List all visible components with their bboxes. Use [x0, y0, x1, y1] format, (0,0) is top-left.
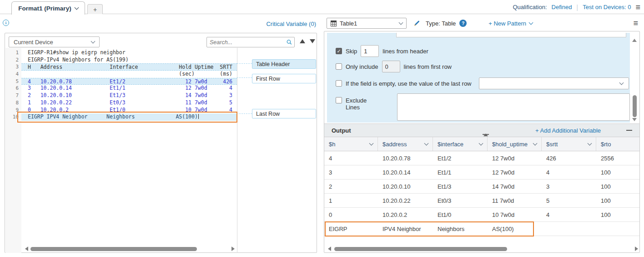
column-label: $rto: [601, 141, 611, 148]
code-text: H Address Interface Hold Uptime SRTT: [28, 64, 232, 70]
new-pattern-button[interactable]: + New Pattern: [488, 20, 533, 27]
output-cell: 100: [596, 165, 639, 179]
skip-checkbox[interactable]: ✓: [336, 48, 342, 54]
hscroll-thumb[interactable]: [30, 247, 197, 251]
pattern-select-value: Table1: [340, 20, 396, 27]
code-text: 3 10.20.0.14 Et1/1 12 7w0d 4: [28, 85, 232, 91]
output-column-header-address[interactable]: $address: [378, 137, 433, 151]
add-additional-variable-link[interactable]: + Add Additional Variable: [535, 127, 601, 134]
minimize-icon[interactable]: [626, 130, 632, 131]
output-cell: 5: [542, 194, 596, 207]
hscroll-thumb[interactable]: [334, 247, 507, 251]
only-include-count-input[interactable]: [382, 61, 400, 72]
search-box[interactable]: [206, 37, 295, 47]
code-text: EIGRP-R1#show ip eigrp neighbor: [28, 49, 126, 56]
line-number: 5: [5, 78, 19, 85]
only-include-checkbox[interactable]: [336, 63, 342, 70]
code-line-4[interactable]: (sec) (ms): [21, 71, 237, 78]
output-cell: 1: [324, 194, 378, 207]
table-settings-area: ✓ Skip lines from header Only include li…: [327, 33, 630, 123]
pattern-type-label: Type: Table: [426, 20, 456, 27]
line-number: 1: [5, 49, 19, 57]
column-label: $srtt: [546, 141, 558, 148]
info-icon[interactable]: i: [3, 20, 9, 26]
hscroll-right-arrow[interactable]: [635, 247, 638, 251]
first-row-marker[interactable]: First Row: [252, 74, 316, 83]
vscroll-thumb[interactable]: [633, 95, 637, 117]
line-number: 3: [5, 63, 19, 71]
add-tab-button[interactable]: +: [87, 4, 103, 14]
edit-pencil-icon[interactable]: [413, 20, 420, 27]
output-table-row: 110.20.0.22Et0/311 7w0d5100: [324, 194, 639, 208]
code-line-8[interactable]: 1 10.20.0.22 Et0/3 11 7w0d 5: [21, 99, 237, 107]
search-next-button[interactable]: [310, 39, 315, 43]
column-label: $interface: [438, 141, 463, 148]
line-number: 9: [5, 107, 19, 114]
exclude-lines-textarea[interactable]: [397, 93, 630, 121]
output-table-row: EIGRPIPV4 NeighborNeighborsAS(100): [324, 222, 639, 236]
output-cell: [596, 222, 639, 236]
pattern-editor-app: Format1 (Primary) + Qualification: Defin…: [0, 0, 644, 257]
hscroll-left-arrow[interactable]: [328, 247, 331, 251]
pattern-menu-icon[interactable]: ≡: [633, 19, 638, 27]
chevron-down-icon: [529, 20, 533, 25]
code-line-5[interactable]: 4 10.20.0.78 Et1/2 12 7w0d 426: [21, 78, 237, 85]
search-input[interactable]: [207, 39, 287, 46]
code-text: EIGRP-IPv4 Neighbors for AS(199): [28, 57, 129, 63]
empty-field-checkbox[interactable]: [336, 80, 342, 87]
vscroll-up-arrow[interactable]: [632, 39, 637, 42]
code-line-6[interactable]: 3 10.20.0.14 Et1/1 12 7w0d 4: [21, 85, 237, 92]
search-icon[interactable]: [287, 39, 292, 46]
test-on-devices-link[interactable]: Test on Devices: 0: [583, 4, 631, 10]
device-select[interactable]: Current Device: [9, 36, 100, 47]
chevron-down-icon[interactable]: [424, 141, 429, 145]
hscroll-right-arrow[interactable]: [231, 247, 235, 251]
search-prev-button[interactable]: [300, 39, 305, 43]
chevron-down-icon[interactable]: [588, 141, 592, 145]
exclude-lines-row: Exclude Lines: [336, 93, 630, 121]
first-row-connector: [237, 77, 252, 78]
menu-icon[interactable]: ≡: [635, 3, 640, 11]
output-cell: 4: [542, 165, 596, 179]
text-cursor: [198, 114, 199, 119]
exclude-lines-checkbox[interactable]: [336, 97, 342, 103]
code-text: 2 10.20.0.10 Et1/3 14 7w0d 3: [28, 92, 232, 98]
output-column-header-interface[interactable]: $interface: [433, 137, 488, 151]
critical-variable-link[interactable]: Critical Variable (0): [266, 21, 316, 27]
output-table-row: 410.20.0.78Et1/212 7w0d4262556: [324, 151, 639, 165]
tab-format1-primary[interactable]: Format1 (Primary): [11, 1, 85, 15]
qualification-value-link[interactable]: Defined: [552, 4, 572, 10]
code-line-10[interactable]: EIGRP IPV4 Neighbor Neighbors AS(100): [21, 113, 237, 121]
code-line-7[interactable]: 2 10.20.0.10 Et1/3 14 7w0d 3: [21, 92, 237, 99]
output-column-header-hold_uptime[interactable]: $hold_uptime: [488, 137, 542, 151]
hscroll-left-arrow[interactable]: [25, 247, 28, 251]
chevron-down-icon[interactable]: [369, 141, 374, 145]
output-column-header-srtt[interactable]: $srtt: [542, 137, 596, 151]
help-icon[interactable]: ?: [459, 20, 467, 27]
empty-field-select[interactable]: [479, 77, 629, 89]
table-header-marker[interactable]: Table Header: [252, 59, 316, 69]
output-cell: Neighbors: [433, 222, 488, 236]
code-line-2[interactable]: EIGRP-IPv4 Neighbors for AS(199): [21, 57, 237, 64]
vscroll-down-arrow[interactable]: [632, 118, 637, 121]
code-line-9[interactable]: 0 10.20.0.2 Et1/0 10 7w0d 4: [21, 107, 237, 114]
output-cell: [542, 222, 596, 236]
chevron-down-icon: [619, 80, 624, 85]
collapse-icon[interactable]: [483, 127, 489, 135]
last-row-connector: [237, 113, 252, 114]
code-line-1[interactable]: EIGRP-R1#show ip eigrp neighbor: [21, 49, 237, 57]
output-cell: Et0/3: [433, 194, 488, 207]
chevron-down-icon[interactable]: [533, 141, 538, 145]
pattern-bar: Table1 Type: Table ? + New Pattern ≡: [324, 16, 640, 30]
skip-count-input[interactable]: [361, 45, 379, 57]
output-cell: 10.20.0.10: [378, 180, 433, 193]
output-column-header-h[interactable]: $h: [324, 137, 378, 151]
pattern-select[interactable]: Table1: [327, 18, 407, 29]
chevron-down-icon[interactable]: [479, 141, 483, 145]
last-row-marker[interactable]: Last Row: [252, 109, 316, 118]
output-column-header-rto[interactable]: $rto: [596, 137, 639, 151]
code-line-3[interactable]: H Address Interface Hold Uptime SRTT: [21, 63, 237, 71]
new-pattern-label: + New Pattern: [488, 20, 526, 27]
output-cell: Et1/2: [433, 151, 488, 165]
line-number-gutter: 12345678910: [5, 48, 21, 253]
